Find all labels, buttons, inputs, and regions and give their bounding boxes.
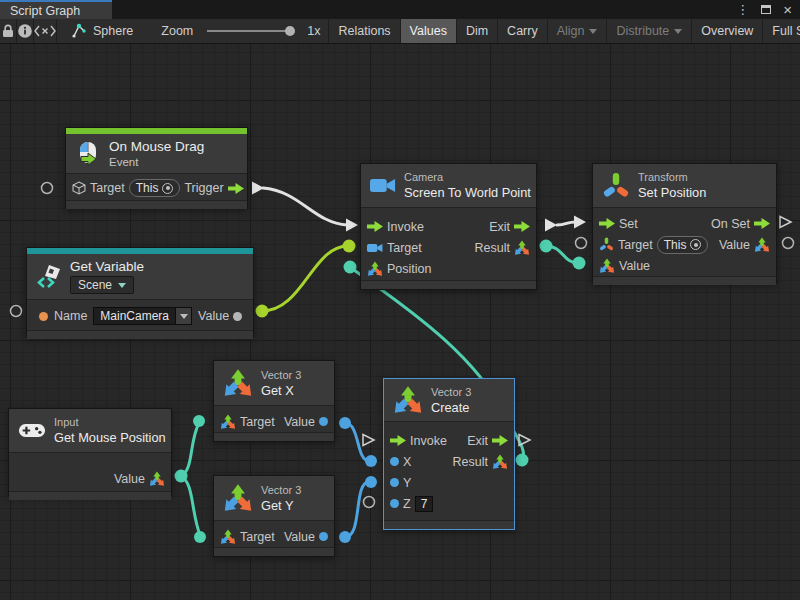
node-get-variable[interactable]: Get Variable Scene Name MainCamera Value [26, 247, 254, 337]
wire-getx-to-x[interactable] [345, 423, 369, 461]
vector3-port-icon[interactable] [220, 529, 236, 545]
port-label-position: Position [387, 262, 431, 276]
port-label-on-set: On Set [711, 217, 750, 231]
port-connection-dot[interactable] [540, 240, 553, 253]
flow-in-arrow[interactable] [574, 216, 586, 229]
node-header: Vector 3 Create [384, 379, 514, 422]
empty-flow-triangle[interactable] [780, 217, 791, 228]
node-category: Input [54, 416, 162, 428]
empty-flow-triangle[interactable] [519, 435, 530, 446]
z-value[interactable]: 7 [415, 496, 434, 512]
vector3-port-icon[interactable] [367, 261, 383, 277]
wire-exit-to-set[interactable] [557, 222, 575, 225]
port-connection-dot[interactable] [256, 305, 269, 318]
camera-port-icon[interactable] [367, 242, 383, 254]
node-title: Set Position [638, 185, 706, 200]
float-port-dot[interactable] [390, 457, 399, 466]
wire-mouse-to-gety[interactable] [181, 476, 200, 535]
vector3-port-icon[interactable] [492, 454, 508, 470]
wire-trigger-to-invoke[interactable] [263, 188, 347, 225]
float-port-dot[interactable] [319, 417, 328, 426]
wire-gety-to-y[interactable] [345, 482, 369, 537]
empty-port-circle[interactable] [783, 238, 794, 249]
port-connection-dot[interactable] [194, 531, 206, 543]
vector3-port-icon[interactable] [514, 240, 530, 256]
flow-port-icon[interactable] [390, 435, 406, 446]
port-connection-dot[interactable] [365, 455, 377, 467]
port-connection-dot[interactable] [193, 415, 205, 427]
object-picker-icon[interactable] [162, 183, 173, 194]
flow-port-icon[interactable] [514, 221, 530, 232]
flow-out-arrow[interactable] [545, 219, 557, 232]
empty-port-circle[interactable] [364, 497, 375, 508]
flow-in-arrow[interactable] [346, 219, 358, 232]
port-label-trigger: Trigger [184, 181, 223, 195]
node-title: On Mouse Drag [109, 139, 204, 154]
node-category: Camera [404, 171, 527, 183]
node-title: Get Y [261, 498, 301, 513]
empty-port-circle[interactable] [11, 306, 22, 317]
wire-mouse-to-getx[interactable] [181, 423, 199, 476]
port-label-target: Target [90, 181, 125, 195]
vector3-port-icon[interactable] [220, 414, 236, 430]
node-set-position[interactable]: Transform Set Position Set On Set Target… [592, 163, 777, 284]
flow-port-icon[interactable] [228, 183, 244, 194]
empty-flow-triangle[interactable] [363, 435, 374, 446]
target-this-chip[interactable]: This [657, 236, 709, 254]
empty-port-circle[interactable] [576, 238, 587, 249]
float-port-dot[interactable] [390, 499, 399, 508]
flow-port-icon[interactable] [754, 218, 770, 229]
node-vector3-get-y[interactable]: Vector 3 Get Y Target Value [213, 475, 335, 557]
port-label-value-out: Value [719, 238, 750, 252]
port-row: Target Value [214, 411, 334, 432]
port-connection-dot[interactable] [365, 476, 377, 488]
variable-name-dropdown-button[interactable] [176, 307, 192, 325]
node-vector3-get-x[interactable]: Vector 3 Get X Target Value [213, 360, 335, 442]
variable-name-value[interactable]: MainCamera [93, 307, 176, 325]
port-connection-dot[interactable] [343, 240, 356, 253]
node-category: Vector 3 [261, 484, 301, 496]
flow-port-icon[interactable] [599, 218, 615, 229]
port-connection-dot[interactable] [175, 470, 188, 483]
node-get-mouse-position[interactable]: Input Get Mouse Position Value [8, 408, 172, 496]
transform-icon [602, 172, 630, 200]
flow-port-icon[interactable] [367, 221, 383, 232]
variable-name-field[interactable]: MainCamera [93, 307, 192, 325]
port-connection-dot[interactable] [516, 454, 529, 467]
transform-port-icon[interactable] [599, 237, 614, 252]
variable-kind-dropdown[interactable]: Scene [70, 276, 134, 294]
port-connection-dot[interactable] [573, 257, 586, 270]
port-label-exit: Exit [489, 220, 510, 234]
port-row: Invoke Exit [361, 216, 536, 237]
object-port-dot[interactable] [233, 312, 242, 321]
node-vector3-create[interactable]: Vector 3 Create Invoke Exit X Result [383, 378, 515, 530]
object-picker-icon[interactable] [690, 239, 701, 250]
flow-out-arrow[interactable] [252, 182, 264, 195]
vector3-port-icon[interactable] [149, 471, 165, 487]
string-port-dot[interactable] [39, 312, 48, 321]
node-screen-to-world-point[interactable]: Camera Screen To World Point Invoke Exit… [360, 163, 537, 290]
port-connection-dot[interactable] [339, 531, 351, 543]
node-header: Get Variable Scene [27, 254, 253, 300]
float-port-dot[interactable] [319, 532, 328, 541]
float-port-dot[interactable] [390, 478, 399, 487]
vector3-port-icon[interactable] [754, 237, 770, 253]
vector3-port-icon[interactable] [599, 258, 615, 274]
wire-variable-to-target[interactable] [262, 246, 348, 311]
node-footer [66, 200, 247, 209]
node-title: Get Variable [70, 259, 144, 274]
flow-port-icon[interactable] [492, 435, 508, 446]
z-value-input[interactable]: 7 [415, 496, 434, 512]
port-connection-dot[interactable] [344, 261, 357, 274]
port-label-result: Result [453, 455, 488, 469]
node-category: Vector 3 [261, 369, 301, 381]
target-this-chip[interactable]: This [129, 179, 181, 197]
port-connection-dot[interactable] [339, 417, 351, 429]
empty-port-circle[interactable] [42, 183, 53, 194]
node-on-mouse-drag[interactable]: On Mouse Drag Event Target This Trigger [65, 127, 248, 209]
port-label-result: Result [475, 241, 510, 255]
port-label-value-in: Value [619, 259, 650, 273]
camera-icon [370, 176, 396, 195]
port-row: Target Result [361, 237, 536, 258]
node-title: Screen To World Point [404, 185, 527, 200]
